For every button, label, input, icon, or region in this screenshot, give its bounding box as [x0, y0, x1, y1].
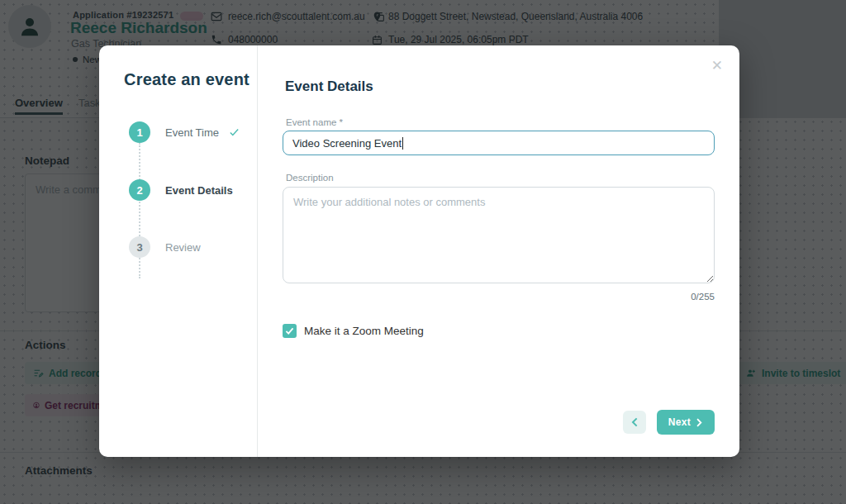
chevron-right-icon: [696, 418, 703, 427]
step-1-label: Event Time: [165, 126, 219, 139]
event-name-label-text: Event name: [286, 117, 336, 127]
text-caret: [402, 137, 403, 150]
step-3-circle: 3: [129, 236, 150, 258]
check-icon: [227, 126, 241, 138]
description-label: Description: [286, 173, 334, 183]
step-1-circle: 1: [129, 121, 150, 143]
event-name-input[interactable]: Video Screening Event: [283, 131, 715, 155]
step-2-label: Event Details: [165, 184, 233, 197]
step-3-label: Review: [165, 241, 201, 254]
step-2-circle: 2: [129, 179, 150, 201]
back-button[interactable]: [623, 411, 646, 434]
description-textarea[interactable]: [283, 187, 715, 283]
form-heading: Event Details: [285, 78, 373, 95]
event-name-value: Video Screening Event: [292, 137, 402, 150]
chevron-left-icon: [630, 417, 639, 427]
create-event-stepper: Create an event 1 Event Time 2 Event Det…: [99, 45, 258, 457]
event-details-form: Event Details Event name * Video Screeni…: [258, 45, 739, 457]
next-button[interactable]: Next: [657, 410, 715, 435]
checkbox-checked-icon[interactable]: [283, 324, 297, 338]
modal-footer: Next: [623, 410, 715, 435]
step-review[interactable]: 3 Review: [129, 236, 201, 258]
modal-title: Create an event: [124, 70, 250, 89]
step-event-details[interactable]: 2 Event Details: [129, 179, 233, 201]
character-counter: 0/255: [283, 292, 715, 302]
create-event-modal: ✕ Create an event 1 Event Time 2 Event D…: [99, 45, 739, 457]
step-event-time[interactable]: 1 Event Time: [129, 121, 241, 143]
required-asterisk: *: [340, 117, 343, 127]
zoom-meeting-label: Make it a Zoom Meeting: [304, 325, 424, 337]
zoom-meeting-checkbox-row[interactable]: Make it a Zoom Meeting: [283, 324, 424, 338]
event-name-label: Event name *: [286, 117, 343, 127]
next-button-label: Next: [668, 416, 691, 428]
stepper-connector: [139, 143, 140, 278]
